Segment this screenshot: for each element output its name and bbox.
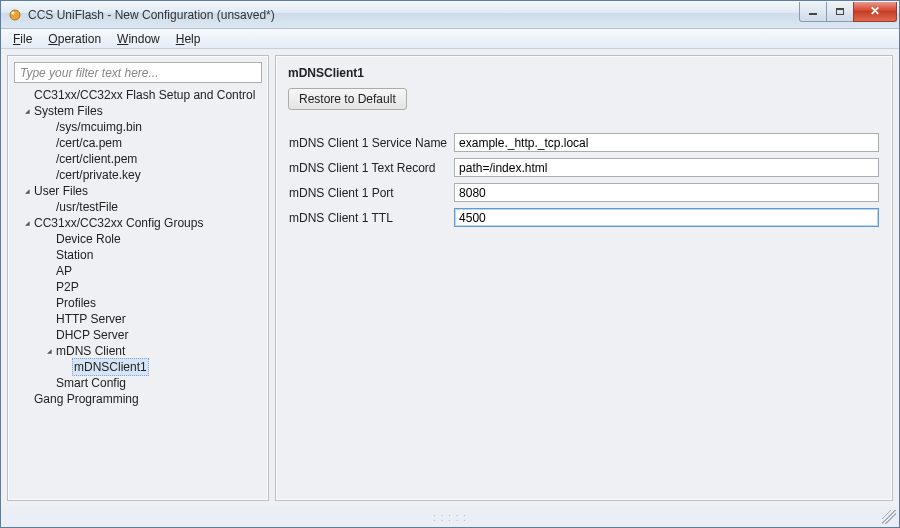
expand-icon[interactable] [44, 343, 54, 359]
tree-item-dhcp-server[interactable]: DHCP Server [14, 327, 262, 343]
menu-file[interactable]: File [5, 30, 40, 48]
status-bar: : : : : : [1, 507, 899, 527]
label-port: mDNS Client 1 Port [288, 182, 453, 203]
tree-item-p2p[interactable]: P2P [14, 279, 262, 295]
tree-item-system-files[interactable]: System Files [14, 103, 262, 119]
maximize-button[interactable] [826, 2, 854, 22]
menu-bar: File Operation Window Help [1, 29, 899, 49]
navigator-panel: CC31xx/CC32xx Flash Setup and Control Sy… [7, 55, 269, 501]
tree-item-testfile[interactable]: /usr/testFile [14, 199, 262, 215]
tree-item-profiles[interactable]: Profiles [14, 295, 262, 311]
app-icon [7, 7, 23, 23]
tree-item-mdns-client[interactable]: mDNS Client [14, 343, 262, 359]
svg-point-1 [12, 11, 15, 14]
expand-icon[interactable] [22, 183, 32, 199]
editor-panel: mDNSClient1 Restore to Default mDNS Clie… [275, 55, 893, 501]
minimize-button[interactable] [799, 2, 827, 22]
row-port: mDNS Client 1 Port [288, 182, 880, 203]
tree-item-gang-programming[interactable]: Gang Programming [14, 391, 262, 407]
input-text-record[interactable] [454, 158, 879, 177]
label-ttl: mDNS Client 1 TTL [288, 207, 453, 228]
title-bar[interactable]: CCS UniFlash - New Configuration (unsave… [1, 1, 899, 29]
menu-window[interactable]: Window [109, 30, 168, 48]
window-controls: ✕ [800, 2, 897, 22]
row-text-record: mDNS Client 1 Text Record [288, 157, 880, 178]
row-service-name: mDNS Client 1 Service Name [288, 132, 880, 153]
app-window: CCS UniFlash - New Configuration (unsave… [0, 0, 900, 528]
tree-item-config-groups[interactable]: CC31xx/CC32xx Config Groups [14, 215, 262, 231]
menu-operation[interactable]: Operation [40, 30, 109, 48]
tree-item-ap[interactable]: AP [14, 263, 262, 279]
expand-icon[interactable] [22, 215, 32, 231]
window-title: CCS UniFlash - New Configuration (unsave… [28, 8, 800, 22]
resize-grip-icon[interactable] [882, 510, 896, 524]
client-area: CC31xx/CC32xx Flash Setup and Control Sy… [1, 49, 899, 507]
properties-form: mDNS Client 1 Service Name mDNS Client 1… [288, 128, 880, 232]
tree-item-mcuimg[interactable]: /sys/mcuimg.bin [14, 119, 262, 135]
input-ttl[interactable] [454, 208, 879, 227]
tree-item-user-files[interactable]: User Files [14, 183, 262, 199]
tree-item-smart-config[interactable]: Smart Config [14, 375, 262, 391]
filter-input[interactable] [14, 62, 262, 83]
config-tree[interactable]: CC31xx/CC32xx Flash Setup and Control Sy… [14, 87, 262, 494]
input-port[interactable] [454, 183, 879, 202]
tree-item-private-key[interactable]: /cert/private.key [14, 167, 262, 183]
expand-icon[interactable] [22, 103, 32, 119]
tree-item-flash-setup[interactable]: CC31xx/CC32xx Flash Setup and Control [14, 87, 262, 103]
row-ttl: mDNS Client 1 TTL [288, 207, 880, 228]
tree-item-mdnsclient1[interactable]: mDNSClient1 [14, 359, 262, 375]
label-service-name: mDNS Client 1 Service Name [288, 132, 453, 153]
menu-help[interactable]: Help [168, 30, 209, 48]
tree-item-http-server[interactable]: HTTP Server [14, 311, 262, 327]
close-button[interactable]: ✕ [853, 2, 897, 22]
tree-item-client-pem[interactable]: /cert/client.pem [14, 151, 262, 167]
tree-item-ca-pem[interactable]: /cert/ca.pem [14, 135, 262, 151]
section-heading: mDNSClient1 [288, 66, 880, 80]
input-service-name[interactable] [454, 133, 879, 152]
label-text-record: mDNS Client 1 Text Record [288, 157, 453, 178]
svg-point-0 [10, 10, 20, 20]
tree-item-device-role[interactable]: Device Role [14, 231, 262, 247]
tree-item-station[interactable]: Station [14, 247, 262, 263]
sash-handle-icon[interactable]: : : : : : [433, 512, 467, 523]
restore-default-button[interactable]: Restore to Default [288, 88, 407, 110]
